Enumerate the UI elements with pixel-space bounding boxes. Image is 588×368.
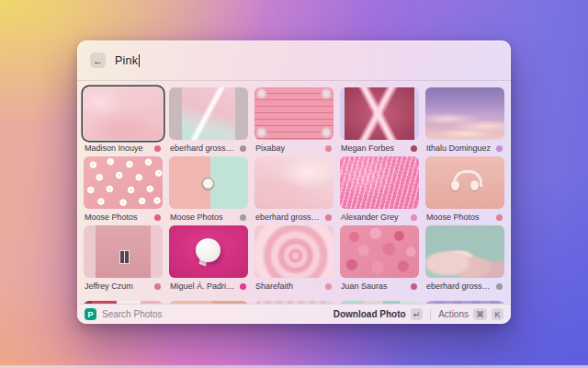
photographer-name: Alexander Grey [341,213,399,222]
photo-caption: Moose Photos [84,209,163,225]
photographer-name: Moose Photos [426,213,480,222]
dominant-color-dot [154,283,161,290]
photo-result[interactable]: Moose Photos [425,156,504,225]
photo-result[interactable]: eberhard grossga... [254,156,334,225]
photographer-name: Miguel Á. Padriñán [170,282,236,291]
photographer-name: Pixabay [255,144,285,153]
actions-button[interactable]: Actions [438,309,469,319]
photo-caption: eberhard grossga... [425,278,504,294]
footer-actions: Download Photo ↵ Actions ⌘ K [334,308,503,320]
photo-thumbnail[interactable] [84,87,163,140]
results-area: Madison Inouyeeberhard grossga...Pixabay… [77,82,511,304]
search-header: ← Pink [77,40,511,81]
launcher-window: ← Pink Madison Inouyeeberhard grossga...… [77,40,511,324]
photo-caption: Madison Inouye [84,140,163,156]
dominant-color-dot [240,283,246,290]
photographer-name: eberhard grossga... [426,282,492,291]
dominant-color-dot [154,145,161,152]
dominant-color-dot [240,214,246,221]
photo-caption: Pixabay [254,140,334,156]
photo-caption: eberhard grossga... [254,209,334,225]
photo-result[interactable]: Alexander Grey [340,156,419,225]
dominant-color-dot [411,145,417,152]
photo-thumbnail[interactable] [425,87,504,140]
dominant-color-dot [325,145,332,152]
photo-result[interactable]: eberhard grossga... [169,87,248,156]
photo-thumbnail[interactable] [340,225,419,278]
photo-caption: Ithalu Dominguez [425,140,504,156]
desktop-background: ← Pink Madison Inouyeeberhard grossga...… [0,0,588,368]
photo-thumbnail[interactable] [340,87,419,140]
enter-key-badge: ↵ [411,308,424,320]
photo-caption: Sharefaith [254,278,334,294]
photographer-name: Jeffrey Czum [85,282,133,291]
photo-caption: Moose Photos [169,209,248,225]
dominant-color-dot [325,283,332,290]
back-button[interactable]: ← [90,52,106,68]
photo-result[interactable]: Juan Sauras [340,225,419,294]
photo-caption: eberhard grossga... [169,140,248,156]
photo-thumbnail[interactable] [169,87,248,140]
photo-thumbnail[interactable] [254,156,334,209]
photo-result[interactable]: Miguel Á. Padriñán [169,225,248,294]
photo-thumbnail[interactable] [254,225,334,278]
photo-result[interactable]: Jeffrey Czum [84,225,163,294]
photographer-name: Moose Photos [170,213,223,222]
photographer-name: Juan Sauras [341,282,388,291]
download-photo-button[interactable]: Download Photo [334,309,406,319]
dominant-color-dot [411,283,417,290]
photographer-name: Sharefaith [255,282,293,291]
photo-result[interactable]: Madison Inouye [84,87,163,156]
dominant-color-dot [240,145,246,152]
dominant-color-dot [411,214,417,221]
dominant-color-dot [496,283,503,290]
back-arrow-icon: ← [93,55,103,66]
photo-thumbnail[interactable] [169,156,248,209]
command-key-badge: ⌘ [473,308,487,320]
search-input[interactable]: Pink [115,54,140,67]
search-query-text: Pink [115,54,138,67]
photo-thumbnail[interactable] [169,225,248,278]
dominant-color-dot [325,214,332,221]
photo-thumbnail[interactable] [254,87,334,140]
photographer-name: Moose Photos [85,213,138,222]
photo-thumbnail[interactable] [340,156,419,209]
photographer-name: eberhard grossga... [170,144,236,153]
photo-result[interactable]: eberhard grossga... [425,225,504,294]
text-caret [139,54,140,67]
photo-thumbnail[interactable] [425,156,504,209]
photo-result[interactable]: Ithalu Dominguez [425,87,504,156]
photo-thumbnail[interactable] [84,156,163,209]
action-bar: P Search Photos Download Photo ↵ Actions… [77,304,511,324]
photo-result[interactable]: Moose Photos [169,156,248,225]
photo-caption: Miguel Á. Padriñán [169,278,248,294]
k-key-badge: K [492,308,503,320]
photo-result[interactable]: Moose Photos [84,156,163,225]
photo-thumbnail[interactable] [84,225,163,278]
photo-caption: Moose Photos [425,209,504,225]
photographer-name: eberhard grossga... [255,213,322,222]
photographer-name: Megan Forbes [341,144,394,153]
photo-result[interactable]: Pixabay [254,87,334,156]
photo-grid: Madison Inouyeeberhard grossga...Pixabay… [84,87,504,294]
photographer-name: Ithalu Dominguez [426,144,491,153]
photo-thumbnail[interactable] [425,225,504,278]
photo-caption: Juan Sauras [340,278,419,294]
dominant-color-dot [154,214,161,221]
dominant-color-dot [496,214,503,221]
photo-result[interactable]: Sharefaith [254,225,334,294]
photographer-name: Madison Inouye [85,144,143,153]
dominant-color-dot [496,145,503,152]
footer-divider [430,309,431,319]
photo-result[interactable]: Megan Forbes [340,87,419,156]
pexels-icon-letter: P [87,310,93,319]
photo-caption: Alexander Grey [340,209,419,225]
photo-caption: Jeffrey Czum [84,278,163,294]
photo-caption: Megan Forbes [340,140,419,156]
command-name: Search Photos [102,309,163,319]
pexels-icon: P [85,308,96,320]
